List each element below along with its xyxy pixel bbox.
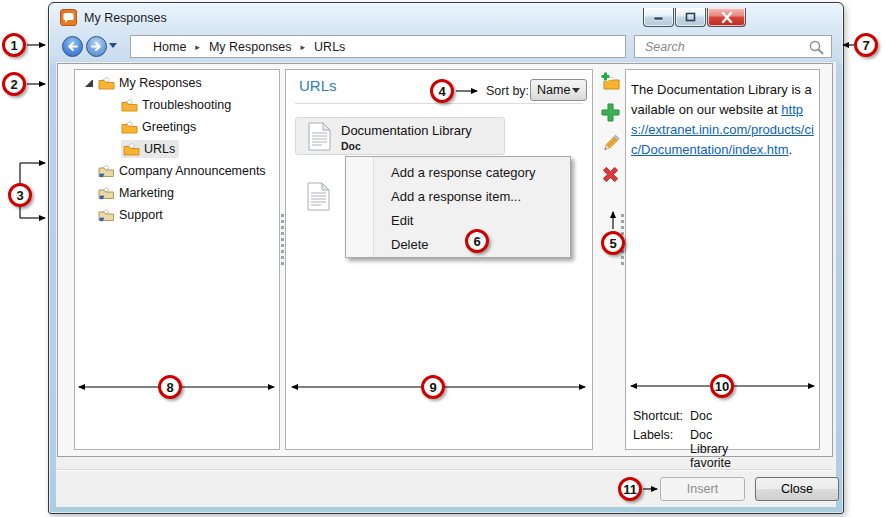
callout-9: 9 (421, 375, 445, 399)
shared-folder-icon (98, 186, 115, 200)
tree-item-label: Greetings (142, 120, 196, 134)
list-panel-title: URLs (299, 77, 337, 94)
minimize-button[interactable] (643, 8, 674, 27)
callout-6: 6 (465, 229, 489, 253)
tree-item-label: Company Announcements (119, 164, 266, 178)
shortcut-label: Shortcut: (633, 409, 683, 423)
recent-pages-dropdown[interactable] (109, 43, 117, 48)
breadcrumb-separator-icon: ▸ (195, 42, 200, 52)
tree-item-troubleshooting[interactable]: Troubleshooting (75, 94, 279, 116)
window-title: My Responses (84, 11, 167, 25)
forward-arrow-icon (90, 40, 103, 53)
close-button[interactable]: Close (755, 477, 839, 501)
close-icon (721, 12, 733, 23)
callout-4: 4 (430, 79, 454, 103)
folder-documents-icon (98, 76, 115, 90)
preview-body: The Documentation Library is available o… (631, 80, 815, 160)
forward-button[interactable] (86, 36, 107, 57)
tree-selection-highlight: URLs (121, 140, 179, 158)
response-item-documentation-library[interactable]: Documentation Library Doc (295, 117, 505, 155)
document-icon (308, 122, 331, 151)
shared-folder-icon (98, 164, 115, 178)
document-icon[interactable] (307, 182, 330, 211)
breadcrumb: Home ▸ My Responses ▸ URLs (130, 35, 626, 58)
response-item-title: Documentation Library (341, 123, 472, 138)
tree-item-label: Marketing (119, 186, 174, 200)
edit-button[interactable] (600, 133, 621, 154)
menu-item-add-response-category[interactable]: Add a response category (346, 161, 570, 185)
tree-item-urls-selected[interactable]: URLs (75, 138, 279, 160)
tree-item-company-announcements[interactable]: Company Announcements (75, 160, 279, 182)
callout-7: 7 (854, 33, 878, 57)
callout-2: 2 (2, 72, 26, 96)
tree-item-marketing[interactable]: Marketing (75, 182, 279, 204)
maximize-icon (685, 12, 696, 22)
callout-8: 8 (158, 375, 182, 399)
breadcrumb-item-my-responses[interactable]: My Responses (209, 40, 292, 54)
search-box (634, 35, 832, 58)
back-button[interactable] (62, 36, 83, 57)
maximize-button[interactable] (675, 8, 706, 27)
menu-item-add-response-item[interactable]: Add a response item... (346, 185, 570, 209)
insert-button[interactable]: Insert (660, 477, 745, 501)
breadcrumb-separator-icon: ▸ (301, 42, 306, 52)
breadcrumb-item-urls[interactable]: URLs (314, 40, 345, 54)
callout-5: 5 (601, 231, 625, 255)
tree-item-greetings[interactable]: Greetings (75, 116, 279, 138)
app-icon (60, 9, 77, 26)
page: My Responses Home ▸ My Responses ▸ URLs (0, 0, 885, 517)
expander-icon[interactable] (85, 79, 93, 87)
menu-item-delete[interactable]: Delete (346, 233, 570, 257)
callout-1: 1 (2, 33, 26, 57)
callout-10: 10 (710, 374, 734, 398)
tree-item-support[interactable]: Support (75, 204, 279, 226)
labels-value: Doc Library favorite (690, 428, 731, 470)
callout-3: 3 (8, 183, 32, 207)
folder-icon (121, 120, 138, 134)
back-arrow-icon (66, 40, 79, 53)
footer-separator (57, 469, 833, 471)
labels-label: Labels: (633, 428, 673, 442)
tree-item-my-responses[interactable]: My Responses (75, 72, 279, 94)
sort-by-label: Sort by: (486, 84, 529, 98)
tree-item-label: My Responses (119, 76, 202, 90)
search-input[interactable] (635, 36, 831, 57)
tree-item-label: URLs (144, 142, 175, 156)
add-category-button[interactable] (600, 71, 621, 92)
folder-icon (123, 142, 140, 156)
shared-folder-icon (98, 208, 115, 222)
menu-item-edit[interactable]: Edit (346, 209, 570, 233)
tree-item-label: Troubleshooting (142, 98, 231, 112)
callout-11: 11 (618, 477, 642, 501)
context-menu: Add a response category Add a response i… (345, 156, 571, 258)
tree-list-splitter[interactable] (281, 214, 284, 268)
shortcut-value: Doc (690, 409, 712, 423)
sort-dropdown-value: Name (537, 83, 570, 97)
tree-item-label: Support (119, 208, 163, 222)
search-icon (808, 39, 825, 56)
close-window-button[interactable] (707, 8, 746, 27)
add-item-button[interactable] (600, 102, 621, 123)
minimize-icon (653, 13, 664, 22)
response-item-shortcut: Doc (341, 140, 361, 152)
category-tree: My Responses Troubleshooting Greetings (75, 72, 279, 226)
sort-dropdown[interactable]: Name (530, 79, 587, 101)
header-separator (295, 103, 583, 104)
preview-text-period: . (789, 142, 793, 157)
chevron-down-icon (572, 88, 580, 93)
delete-button[interactable] (600, 164, 621, 185)
breadcrumb-item-home[interactable]: Home (153, 40, 186, 54)
folder-icon (121, 98, 138, 112)
